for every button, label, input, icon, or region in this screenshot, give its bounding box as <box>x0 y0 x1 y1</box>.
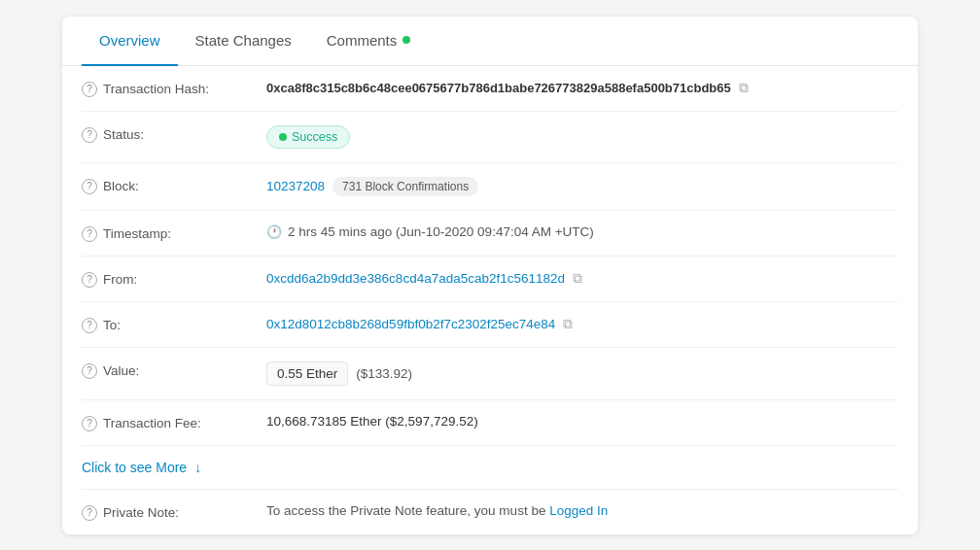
status-help-icon[interactable]: ? <box>82 127 97 143</box>
overview-content: ? Transaction Hash: 0xca8f8c315c8b6c48ce… <box>62 66 918 534</box>
to-help-icon[interactable]: ? <box>82 318 97 333</box>
tab-comments-label: Comments <box>327 32 398 49</box>
timestamp-label: Timestamp: <box>103 226 171 241</box>
tx-hash-value-col: 0xca8f8c315c8b6c48cee0675677b786d1babe72… <box>266 80 898 96</box>
value-help-icon[interactable]: ? <box>82 363 97 379</box>
timestamp-value: 🕐 2 hrs 45 mins ago (Jun-10-2020 09:47:0… <box>266 224 594 239</box>
tx-hash-label-col: ? Transaction Hash: <box>82 80 247 97</box>
logged-in-link[interactable]: Logged In <box>549 503 608 518</box>
tx-hash-copy-icon[interactable]: ⧉ <box>739 80 749 96</box>
usd-value: ($133.92) <box>356 366 412 381</box>
tab-overview-label: Overview <box>99 32 160 49</box>
timestamp-label-col: ? Timestamp: <box>82 224 247 242</box>
private-note-row: ? Private Note: To access the Private No… <box>82 490 898 534</box>
from-row: ? From: 0xcdd6a2b9dd3e386c8cd4a7ada5cab2… <box>82 257 898 302</box>
value-label: Value: <box>103 363 139 378</box>
tx-hash-value: 0xca8f8c315c8b6c48cee0675677b786d1babe72… <box>266 81 731 95</box>
from-copy-icon[interactable]: ⧉ <box>573 270 582 287</box>
arrow-down-icon: ↓ <box>194 460 201 475</box>
click-more-label: Click to see More <box>82 460 187 475</box>
private-note-text: To access the Private Note feature, you … <box>266 503 608 518</box>
tab-bar: Overview State Changes Comments <box>62 17 918 66</box>
status-label: Status: <box>103 127 144 142</box>
block-help-icon[interactable]: ? <box>82 179 97 194</box>
tab-comments[interactable]: Comments <box>309 17 429 66</box>
tab-state-changes[interactable]: State Changes <box>178 17 309 66</box>
timestamp-help-icon[interactable]: ? <box>82 226 97 242</box>
to-label-col: ? To: <box>82 316 247 333</box>
tx-hash-row: ? Transaction Hash: 0xca8f8c315c8b6c48ce… <box>82 66 898 112</box>
tab-state-changes-label: State Changes <box>195 32 292 49</box>
timestamp-text: 2 hrs 45 mins ago (Jun-10-2020 09:47:04 … <box>288 224 594 239</box>
private-note-label-col: ? Private Note: <box>82 503 247 521</box>
from-label-col: ? From: <box>82 270 247 288</box>
private-note-help-icon[interactable]: ? <box>82 505 97 521</box>
block-number-link[interactable]: 10237208 <box>266 179 325 193</box>
block-label-col: ? Block: <box>82 177 247 194</box>
clock-icon: 🕐 <box>266 224 282 239</box>
fee-value: 10,668.73185 Ether ($2,597,729.52) <box>266 414 478 429</box>
from-address-link[interactable]: 0xcdd6a2b9dd3e386c8cd4a7ada5cab2f1c56118… <box>266 271 565 286</box>
block-row: ? Block: 10237208 731 Block Confirmation… <box>82 163 898 211</box>
success-dot <box>279 133 287 141</box>
fee-row: ? Transaction Fee: 10,668.73185 Ether ($… <box>82 400 898 446</box>
status-value-col: Success <box>266 125 898 149</box>
to-row: ? To: 0x12d8012cb8b268d59fbf0b2f7c2302f2… <box>82 302 898 348</box>
to-value-col: 0x12d8012cb8b268d59fbf0b2f7c2302f25ec74e… <box>266 316 898 332</box>
status-value: Success <box>292 130 337 144</box>
block-value-col: 10237208 731 Block Confirmations <box>266 177 898 196</box>
fee-value-col: 10,668.73185 Ether ($2,597,729.52) <box>266 414 898 429</box>
value-label-col: ? Value: <box>82 361 247 379</box>
status-badge: Success <box>266 125 350 149</box>
to-copy-icon[interactable]: ⧉ <box>563 316 573 332</box>
click-more-row[interactable]: Click to see More ↓ <box>82 446 898 490</box>
private-note-prefix: To access the Private Note feature, you … <box>266 503 549 518</box>
block-confirmations-badge: 731 Block Confirmations <box>332 177 478 196</box>
value-row: ? Value: 0.55 Ether ($133.92) <box>82 348 898 400</box>
status-label-col: ? Status: <box>82 125 247 143</box>
from-value-col: 0xcdd6a2b9dd3e386c8cd4a7ada5cab2f1c56118… <box>266 270 898 287</box>
value-value-col: 0.55 Ether ($133.92) <box>266 361 898 386</box>
fee-label-col: ? Transaction Fee: <box>82 414 247 431</box>
private-note-label: Private Note: <box>103 505 179 520</box>
from-help-icon[interactable]: ? <box>82 272 97 288</box>
comments-dot <box>402 36 410 44</box>
fee-help-icon[interactable]: ? <box>82 416 97 431</box>
from-label: From: <box>103 272 137 287</box>
to-label: To: <box>103 318 121 332</box>
block-label: Block: <box>103 179 139 193</box>
tx-hash-help-icon[interactable]: ? <box>82 82 97 97</box>
to-address-link[interactable]: 0x12d8012cb8b268d59fbf0b2f7c2302f25ec74e… <box>266 317 555 331</box>
status-row: ? Status: Success <box>82 112 898 163</box>
tx-hash-label: Transaction Hash: <box>103 82 209 96</box>
fee-label: Transaction Fee: <box>103 416 201 430</box>
timestamp-value-col: 🕐 2 hrs 45 mins ago (Jun-10-2020 09:47:0… <box>266 224 898 239</box>
transaction-card: Overview State Changes Comments ? Transa… <box>62 17 918 534</box>
timestamp-row: ? Timestamp: 🕐 2 hrs 45 mins ago (Jun-10… <box>82 211 898 257</box>
ether-value: 0.55 Ether <box>266 361 348 386</box>
tab-overview[interactable]: Overview <box>82 17 178 66</box>
private-note-value-col: To access the Private Note feature, you … <box>266 503 898 518</box>
